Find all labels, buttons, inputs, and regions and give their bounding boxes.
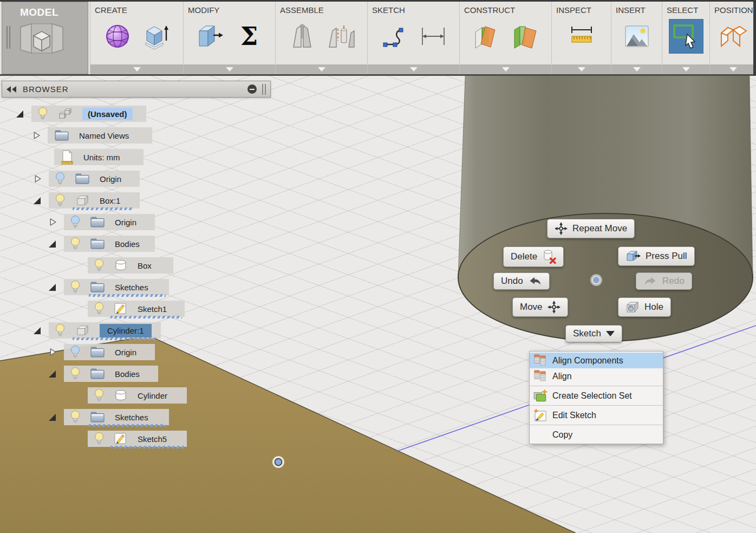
- chevron-down-icon: [502, 67, 510, 72]
- section-label: SELECT: [667, 5, 698, 15]
- visibility-bulb-icon[interactable]: [38, 107, 48, 121]
- expand-closed-icon[interactable]: [34, 132, 40, 139]
- workspace-label: MODEL: [20, 6, 58, 18]
- expand-closed-icon[interactable]: [50, 218, 56, 226]
- expand-closed-icon[interactable]: [35, 175, 41, 183]
- section-expand-insert[interactable]: [611, 64, 662, 74]
- expand-open-icon[interactable]: [49, 240, 56, 248]
- repeat-move-button[interactable]: Repeat Move: [547, 219, 635, 238]
- tree-row-box-body[interactable]: Box: [88, 257, 173, 274]
- tree-row-cylinder1[interactable]: Cylinder:1: [49, 322, 161, 339]
- tree-row-units[interactable]: Units: mm: [54, 149, 144, 165]
- visibility-bulb-icon[interactable]: [55, 323, 65, 337]
- menu-item-label: Edit Sketch: [552, 411, 596, 420]
- sketch-point[interactable]: [275, 459, 282, 466]
- section-expand-modify[interactable]: [184, 64, 275, 74]
- section-expand-sketch[interactable]: [368, 64, 459, 74]
- chevron-down-icon: [606, 331, 615, 336]
- panel-grip-icon[interactable]: [6, 26, 11, 49]
- sketch-spline-icon[interactable]: [380, 22, 408, 50]
- remove-panel-icon[interactable]: [247, 84, 257, 94]
- tree-row-box1[interactable]: Box:1: [49, 192, 140, 209]
- expand-open-icon[interactable]: [49, 370, 56, 378]
- section-label: POSITION: [714, 5, 753, 15]
- sketch-dimension-icon[interactable]: [419, 22, 447, 50]
- visibility-bulb-icon[interactable]: [70, 410, 80, 424]
- window-edge: [753, 0, 756, 76]
- expand-open-icon[interactable]: [16, 110, 23, 118]
- expand-open-icon[interactable]: [49, 414, 56, 421]
- visibility-bulb-icon[interactable]: [70, 345, 80, 359]
- menu-item-create-selection-set[interactable]: Create Selection Set: [530, 388, 663, 404]
- move-button[interactable]: Move: [512, 297, 568, 317]
- menu-item-align-components[interactable]: Align Components: [530, 353, 663, 368]
- tree-row-cyl-bodies[interactable]: Bodies: [64, 366, 158, 382]
- tree-row-cylinder-body[interactable]: Cylinder: [88, 387, 187, 404]
- tree-row-box1-origin[interactable]: Origin: [64, 214, 155, 230]
- sketch-icon: [114, 302, 128, 315]
- assemble-joint-icon[interactable]: [288, 22, 316, 50]
- section-label: INSPECT: [556, 5, 591, 15]
- visibility-bulb-icon[interactable]: [55, 193, 65, 207]
- expand-open-icon[interactable]: [34, 327, 41, 334]
- section-expand-create[interactable]: [90, 64, 183, 74]
- visibility-bulb-icon[interactable]: [94, 388, 104, 402]
- hole-button[interactable]: Hole: [618, 297, 671, 317]
- menu-item-align[interactable]: Align: [530, 368, 663, 384]
- section-expand-inspect[interactable]: [552, 64, 611, 74]
- section-expand-assemble[interactable]: [276, 64, 367, 74]
- tree-row-document[interactable]: (Unsaved): [31, 106, 146, 122]
- tree-row-sketch1[interactable]: Sketch1: [88, 301, 185, 317]
- browser-title: BROWSER: [23, 84, 247, 94]
- select-tool-icon[interactable]: [669, 19, 703, 54]
- modified-dashes: [89, 294, 166, 297]
- expand-open-icon[interactable]: [49, 284, 56, 291]
- section-expand-select[interactable]: [662, 64, 709, 74]
- modify-press-pull-icon[interactable]: [196, 22, 224, 50]
- undo-button[interactable]: Undo: [493, 272, 550, 290]
- delete-button[interactable]: Delete: [503, 246, 564, 267]
- tree-row-box1-sketches[interactable]: Sketches: [64, 279, 169, 295]
- tree-row-box1-bodies[interactable]: Bodies: [64, 236, 155, 252]
- visibility-bulb-icon[interactable]: [94, 258, 104, 272]
- visibility-bulb-icon[interactable]: [70, 215, 80, 229]
- section-expand-position[interactable]: [710, 64, 756, 74]
- create-extrude-icon[interactable]: [142, 22, 171, 50]
- tree-row-named-views[interactable]: Named Views: [48, 127, 152, 144]
- visibility-bulb-icon[interactable]: [55, 172, 65, 186]
- position-icon[interactable]: [718, 22, 748, 50]
- collapse-panel-icon[interactable]: [6, 86, 17, 93]
- modify-parameters-icon[interactable]: [235, 22, 263, 50]
- insert-image-icon[interactable]: [623, 22, 651, 50]
- inspect-measure-icon[interactable]: [568, 22, 596, 50]
- visibility-bulb-icon[interactable]: [94, 432, 104, 446]
- visibility-bulb-icon[interactable]: [70, 237, 80, 251]
- visibility-bulb-icon[interactable]: [94, 302, 104, 316]
- visibility-bulb-icon[interactable]: [70, 367, 80, 381]
- expand-closed-icon[interactable]: [50, 348, 56, 356]
- tree-row-origin[interactable]: Origin: [49, 171, 140, 187]
- section-expand-construct[interactable]: [460, 64, 551, 74]
- workspace-tab-model[interactable]: MODEL: [2, 2, 88, 74]
- panel-resize-grip[interactable]: [262, 84, 266, 95]
- tree-row-sketch5[interactable]: Sketch5: [88, 431, 187, 447]
- assemble-as-built-joint-icon[interactable]: [327, 22, 355, 50]
- tree-label: Origin: [100, 174, 121, 184]
- expand-open-icon[interactable]: [34, 197, 41, 204]
- menu-separator: [530, 425, 663, 425]
- construct-midplane-icon[interactable]: [511, 22, 539, 50]
- tree-row-cyl-origin[interactable]: Origin: [64, 344, 155, 360]
- menu-item-edit-sketch[interactable]: Edit Sketch: [530, 407, 663, 423]
- browser-header[interactable]: BROWSER: [2, 81, 271, 98]
- sketch-dropdown-button[interactable]: Sketch: [565, 325, 622, 342]
- construct-offset-plane-icon[interactable]: [472, 22, 500, 50]
- document-name: (Unsaved): [82, 108, 133, 120]
- visibility-bulb-icon[interactable]: [70, 280, 80, 294]
- move-label: Move: [520, 302, 543, 313]
- toolbar-section-assemble: ASSEMBLE: [275, 2, 367, 74]
- press-pull-button[interactable]: Press Pull: [618, 246, 695, 266]
- menu-item-copy[interactable]: Copy: [530, 427, 663, 443]
- create-form-icon[interactable]: [103, 22, 132, 50]
- align-components-icon: [533, 354, 548, 367]
- tree-row-cyl-sketches[interactable]: Sketches: [64, 409, 169, 425]
